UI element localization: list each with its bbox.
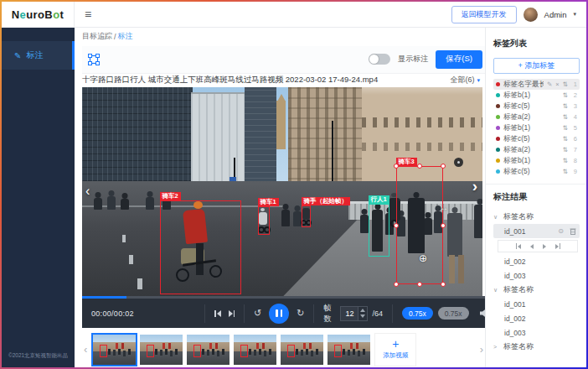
forward-10-icon[interactable]: ↻ [297, 308, 304, 319]
crosshair-cursor-icon: ⊕ [419, 253, 427, 263]
rewind-10-icon[interactable]: ↺ [254, 308, 261, 319]
result-item[interactable]: id_002 [493, 254, 580, 268]
annotation-box[interactable]: 骑车2 [160, 200, 241, 294]
label-row[interactable]: 标签c(5) ⇅ 9 [493, 166, 580, 177]
prev-frame-icon[interactable] [214, 310, 221, 317]
annotation-box-label: 骑车1 [258, 198, 279, 206]
scene-tower [276, 101, 286, 149]
logo-text: N [12, 8, 20, 21]
label-row[interactable]: 标签c(5) ⇅ 3 [493, 101, 580, 112]
video-thumbnail[interactable] [281, 335, 323, 365]
next-frame-page-icon[interactable] [543, 244, 546, 249]
result-item[interactable]: id_003 [493, 325, 580, 340]
user-name[interactable]: Admin [544, 10, 567, 19]
trash-icon[interactable] [570, 227, 576, 235]
step-up-icon[interactable] [360, 309, 365, 312]
next-frame-icon[interactable] [229, 310, 235, 317]
label-index: 5 [571, 124, 577, 132]
label-row[interactable]: 标签b(1) ⇅ 2 [493, 90, 580, 101]
breadcrumb: 目标追踪 / 标注 [82, 28, 485, 46]
annotation-box-selected[interactable]: 骑车3 [396, 166, 443, 284]
pause-button[interactable] [269, 304, 289, 324]
sort-icon[interactable]: ⇅ [563, 113, 568, 121]
sort-icon[interactable]: ⇅ [563, 124, 568, 132]
clock-icon[interactable]: ⊙ [558, 227, 564, 235]
time-section: 00:00/00:02 [82, 304, 204, 323]
frame-number-section: 帧数 12 /64 [313, 304, 392, 323]
label-row[interactable]: 标签b(1) ⇅ 5 [493, 122, 580, 133]
step-down-icon[interactable] [360, 314, 365, 318]
add-label-button[interactable]: + 添加标签 [493, 58, 580, 74]
label-index: 7 [571, 146, 577, 153]
right-panel: 标签列表 + 添加标签 标签名字最长数... ✎ × ⇅ 1 标签b(1) ⇅ [485, 28, 586, 367]
result-group-header[interactable]: ∨ 标签名称 [493, 210, 580, 224]
back-to-model-dev-button[interactable]: 返回模型开发 [451, 6, 517, 23]
label-row-icons: ✎ × ⇅ [547, 81, 568, 88]
avatar[interactable] [524, 8, 538, 22]
resize-handle[interactable] [441, 223, 446, 228]
label-filter-dropdown[interactable]: 全部(6) ▾ [450, 75, 485, 86]
video-canvas[interactable]: 骑车2 骑车1 骑手（起始帧） 行人1 骑车3 [82, 87, 482, 296]
label-index: 3 [571, 102, 577, 110]
sort-icon[interactable]: ⇅ [563, 102, 568, 110]
resize-handle[interactable] [417, 164, 422, 169]
frame-stepper[interactable] [358, 306, 368, 321]
sort-icon[interactable]: ⇅ [563, 146, 568, 153]
result-item-selected[interactable]: id_001 ⊙ [493, 224, 580, 238]
resize-handle[interactable] [394, 164, 399, 169]
label-row[interactable]: 标签a(2) ⇅ 7 [493, 144, 580, 155]
last-frame-icon[interactable] [555, 243, 560, 249]
save-button[interactable]: 保存(S) [436, 50, 482, 69]
result-group-header-collapsed[interactable]: > 标签名称 [493, 340, 580, 354]
annotation-box[interactable]: 骑手（起始帧） [302, 205, 311, 227]
close-icon[interactable]: × [555, 81, 559, 88]
video-thumbnail[interactable] [328, 335, 370, 365]
sort-icon[interactable]: ⇅ [563, 157, 568, 164]
breadcrumb-parent[interactable]: 目标追踪 [82, 31, 112, 42]
label-color-dot [496, 148, 500, 152]
video-prev-arrow[interactable]: ‹ [85, 184, 90, 198]
label-row[interactable]: 标签b(1) ⇅ 8 [493, 155, 580, 166]
frame-number-input[interactable]: 12 [340, 306, 358, 321]
first-frame-icon[interactable] [516, 243, 521, 249]
result-item[interactable]: id_003 [493, 268, 580, 283]
video-thumbnail[interactable] [187, 335, 230, 365]
show-annotations-label: 显示标注 [398, 54, 428, 65]
rect-select-tool-icon[interactable] [87, 53, 101, 66]
sort-icon[interactable]: ⇅ [563, 81, 568, 88]
video-thumbnail-selected[interactable] [93, 335, 136, 365]
resize-handle[interactable] [394, 223, 399, 228]
speed-pill-active[interactable]: 0.75x [402, 307, 433, 320]
video-next-arrow[interactable]: › [472, 178, 477, 194]
frame-pagination [498, 240, 578, 252]
progress-bar[interactable] [82, 296, 485, 299]
sidebar-item-annotate[interactable]: ✎ 标注 [2, 41, 75, 70]
annotation-box[interactable]: 行人1 [369, 204, 389, 257]
show-annotations-toggle[interactable] [369, 54, 390, 65]
sort-icon[interactable]: ⇅ [563, 168, 568, 175]
panel-divider [486, 184, 586, 184]
label-row[interactable]: 标签a(2) ⇅ 4 [493, 112, 580, 122]
menu-collapse-icon[interactable]: ≡ [85, 8, 91, 21]
video-thumbnail[interactable] [234, 335, 276, 365]
chevron-down-icon: ▾ [573, 11, 576, 18]
sort-icon[interactable]: ⇅ [563, 91, 568, 99]
annotation-box[interactable]: 骑车1 [258, 206, 270, 235]
prev-frame-page-icon[interactable] [530, 244, 534, 249]
speed-pill-secondary[interactable]: 0.75x [438, 307, 469, 320]
annotation-toolbar: 显示标注 保存(S) [82, 46, 485, 74]
sort-icon[interactable]: ⇅ [563, 135, 568, 143]
result-item[interactable]: id_001 [493, 297, 580, 311]
add-video-button[interactable]: + 添加视频 [374, 333, 416, 366]
label-row[interactable]: 标签名字最长数... ✎ × ⇅ 1 [493, 79, 580, 90]
filmstrip-next-icon[interactable]: › [478, 343, 485, 356]
result-item[interactable]: id_002 [493, 311, 580, 325]
result-item-id: id_002 [504, 257, 526, 266]
video-thumbnail[interactable] [140, 335, 183, 365]
volume-icon[interactable] [479, 309, 489, 318]
result-group-header[interactable]: ∨ 标签名称 [493, 283, 580, 297]
edit-icon[interactable]: ✎ [547, 81, 552, 88]
label-row[interactable]: 标签c(5) ⇅ 6 [493, 133, 580, 144]
filmstrip-prev-icon[interactable]: ‹ [82, 343, 89, 356]
label-name: 标签b(1) [503, 91, 560, 101]
